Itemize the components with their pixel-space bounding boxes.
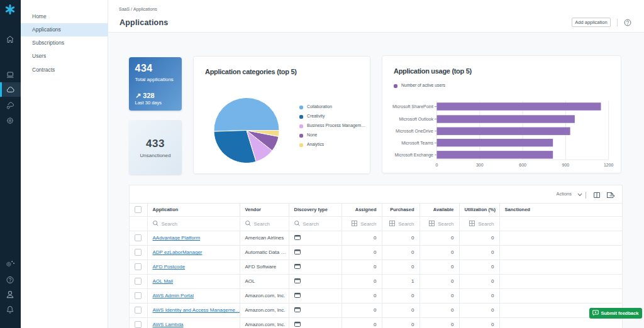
svg-text:Microsoft Outlook: Microsoft Outlook: [399, 117, 434, 121]
svg-text:Microsoft Exchange: Microsoft Exchange: [395, 153, 434, 158]
svg-text:Microsoft Teams: Microsoft Teams: [401, 141, 433, 145]
svg-text:1200: 1200: [604, 163, 614, 167]
svg-text:900: 900: [562, 163, 570, 167]
svg-text:Microsoft OneDrive: Microsoft OneDrive: [396, 129, 433, 133]
svg-text:0: 0: [436, 163, 438, 167]
svg-text:Microsoft SharePoint: Microsoft SharePoint: [392, 104, 433, 109]
svg-text:300: 300: [476, 163, 484, 167]
svg-text:600: 600: [519, 163, 526, 167]
